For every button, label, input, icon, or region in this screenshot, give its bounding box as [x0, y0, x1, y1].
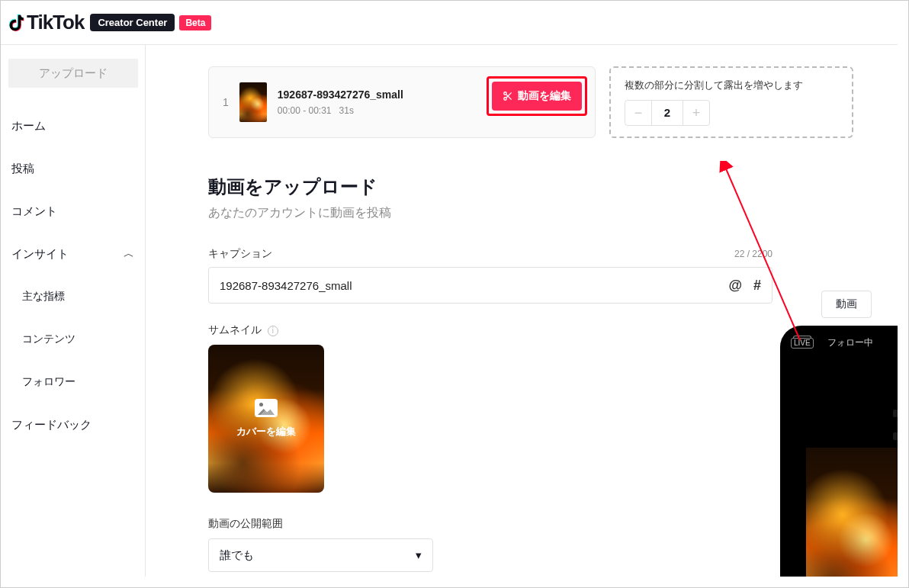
app-viewport: TikTok Creator Center Beta アップロード ホーム 投稿… [0, 0, 909, 588]
edit-button-highlight: 動画を編集 [487, 76, 587, 116]
chevron-down-icon: ▾ [416, 548, 422, 562]
caption-label: キャプション [208, 247, 272, 261]
cover-edit-label: カバーを編集 [236, 425, 296, 439]
visibility-dropdown[interactable]: 誰でも ▾ [208, 538, 433, 572]
visibility-value: 誰でも [220, 548, 254, 563]
upload-button[interactable]: アップロード [8, 59, 138, 88]
sidebar: アップロード ホーム 投稿 コメント インサイト ︿ 主な指標 コンテンツ フォ… [1, 45, 146, 577]
beta-badge: Beta [179, 15, 211, 31]
caption-input[interactable]: 192687-893427276_small @ # [208, 267, 772, 304]
caption-header-row: キャプション 22 / 2200 [208, 247, 772, 267]
sidebar-item-followers[interactable]: フォロワー [1, 361, 145, 403]
edit-video-button[interactable]: 動画を編集 [492, 82, 582, 111]
creator-center-badge[interactable]: Creator Center [90, 14, 175, 31]
hashtag-button[interactable]: # [753, 278, 761, 293]
stepper-value: 2 [651, 101, 683, 125]
phone-preview: LIVE フォロー中 [780, 326, 898, 577]
sidebar-item-comments[interactable]: コメント [1, 190, 145, 233]
note-icon [8, 14, 25, 32]
caption-value: 192687-893427276_small [220, 279, 352, 292]
scissors-icon [503, 91, 513, 101]
clip-index: 1 [223, 96, 229, 108]
svg-point-1 [504, 98, 507, 101]
page-content: TikTok Creator Center Beta アップロード ホーム 投稿… [1, 1, 898, 577]
upload-subtitle: あなたのアカウントに動画を投稿 [208, 205, 898, 221]
clip-filename: 192687-893427276_small [278, 88, 403, 101]
preview-tab-video[interactable]: 動画 [821, 291, 872, 318]
video-clip-card: 1 192687-893427276_small 00:00 - 00:31 3… [208, 66, 596, 138]
main-column: 1 192687-893427276_small 00:00 - 00:31 3… [161, 45, 898, 572]
live-icon: LIVE [791, 338, 814, 349]
following-tab[interactable]: フォロー中 [827, 336, 873, 349]
chevron-up-icon: ︿ [124, 247, 134, 261]
split-description: 複数の部分に分割して露出を増やします [625, 79, 838, 92]
upload-title: 動画をアップロード [208, 175, 898, 199]
header-bar: TikTok Creator Center Beta [1, 1, 898, 45]
thumbnail-label: サムネイル [208, 323, 262, 336]
split-quantity-stepper: − 2 + [625, 100, 710, 126]
sidebar-item-feedback[interactable]: フィードバック [1, 403, 145, 446]
info-icon[interactable]: i [268, 326, 278, 336]
mention-button[interactable]: @ [728, 278, 742, 293]
thumbnail-edit-card[interactable]: カバーを編集 [208, 345, 324, 493]
video-thumbnail-small [239, 82, 267, 122]
sidebar-item-insights[interactable]: インサイト ︿ [1, 233, 145, 275]
caption-counter: 22 / 2200 [734, 249, 772, 259]
split-card: 複数の部分に分割して露出を増やします − 2 + [609, 66, 853, 138]
stepper-plus-button[interactable]: + [683, 105, 709, 121]
stepper-minus-button[interactable]: − [625, 105, 651, 121]
image-icon [255, 399, 278, 417]
top-cards-row: 1 192687-893427276_small 00:00 - 00:31 3… [208, 66, 898, 138]
clip-info: 00:00 - 00:31 31s [278, 105, 403, 116]
sidebar-item-posts[interactable]: 投稿 [1, 147, 145, 190]
sidebar-item-content[interactable]: コンテンツ [1, 318, 145, 361]
sidebar-item-home[interactable]: ホーム [1, 104, 145, 147]
phone-video-area [806, 448, 898, 577]
horizontal-scroll[interactable]: TikTok Creator Center Beta アップロード ホーム 投稿… [1, 1, 908, 587]
svg-point-0 [504, 92, 507, 95]
brand-text: TikTok [27, 11, 84, 34]
sidebar-item-key-metrics[interactable]: 主な指標 [1, 275, 145, 318]
vertical-scroll[interactable]: TikTok Creator Center Beta アップロード ホーム 投稿… [1, 1, 898, 577]
tiktok-logo[interactable]: TikTok [8, 11, 84, 34]
